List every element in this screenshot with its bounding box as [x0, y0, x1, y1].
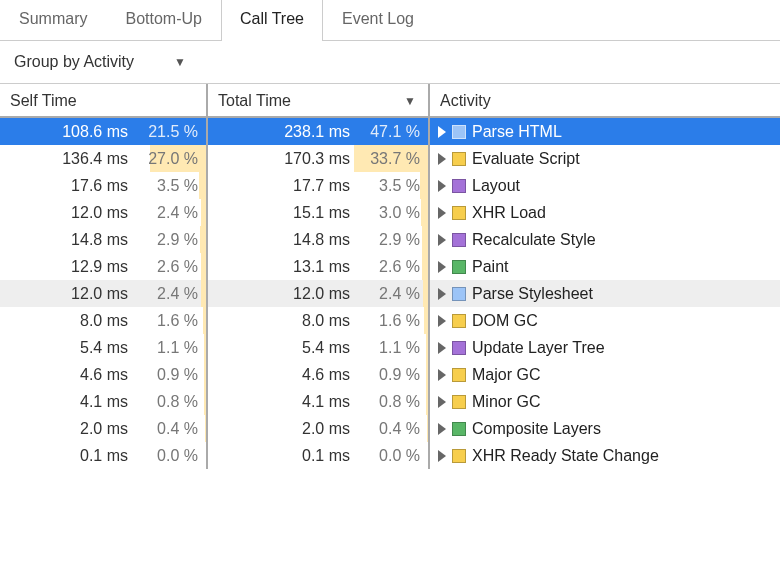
cell-total-time: 4.1 ms0.8 % [208, 388, 430, 415]
self-time-bar [204, 361, 206, 388]
header-total-time[interactable]: Total Time ▼ [208, 84, 430, 116]
activity-label: Evaluate Script [472, 150, 580, 168]
total-time-bar [420, 172, 428, 199]
cell-activity: XHR Load [430, 199, 780, 226]
self-time-bar [201, 199, 206, 226]
activity-label: Parse Stylesheet [472, 285, 593, 303]
expand-triangle-icon[interactable] [438, 369, 446, 381]
table-row[interactable]: 136.4 ms27.0 %170.3 ms33.7 %Evaluate Scr… [0, 145, 780, 172]
table-row[interactable]: 5.4 ms1.1 %5.4 ms1.1 %Update Layer Tree [0, 334, 780, 361]
total-time-bar [426, 334, 428, 361]
expand-triangle-icon[interactable] [438, 423, 446, 435]
self-time-bar [199, 172, 206, 199]
activity-label: Minor GC [472, 393, 540, 411]
table-row[interactable]: 0.1 ms0.0 %0.1 ms0.0 %XHR Ready State Ch… [0, 442, 780, 469]
table-row[interactable]: 14.8 ms2.9 %14.8 ms2.9 %Recalculate Styl… [0, 226, 780, 253]
expand-triangle-icon[interactable] [438, 342, 446, 354]
tab-bottom-up[interactable]: Bottom-Up [106, 0, 220, 40]
cell-total-time: 17.7 ms3.5 % [208, 172, 430, 199]
self-time-pct: 1.6 % [157, 312, 198, 330]
total-time-pct: 1.1 % [379, 339, 420, 357]
self-time-pct: 2.4 % [157, 204, 198, 222]
tab-summary[interactable]: Summary [0, 0, 106, 40]
table-header-row: Self Time Total Time ▼ Activity [0, 84, 780, 118]
dropdown-triangle-icon: ▼ [174, 55, 186, 69]
expand-triangle-icon[interactable] [438, 180, 446, 192]
cell-activity: Parse HTML [430, 118, 780, 145]
tab-call-tree[interactable]: Call Tree [221, 0, 323, 40]
total-time-pct: 47.1 % [370, 123, 420, 141]
expand-triangle-icon[interactable] [438, 396, 446, 408]
self-time-ms: 12.9 ms [71, 258, 128, 276]
self-time-pct: 0.9 % [157, 366, 198, 384]
cell-self-time: 8.0 ms1.6 % [0, 307, 208, 334]
table-row[interactable]: 4.6 ms0.9 %4.6 ms0.9 %Major GC [0, 361, 780, 388]
self-time-bar [205, 415, 206, 442]
expand-triangle-icon[interactable] [438, 315, 446, 327]
table-body: 108.6 ms21.5 %238.1 ms47.1 %Parse HTML13… [0, 118, 780, 469]
activity-label: XHR Load [472, 204, 546, 222]
cell-self-time: 4.1 ms0.8 % [0, 388, 208, 415]
expand-triangle-icon[interactable] [438, 288, 446, 300]
table-row[interactable]: 2.0 ms0.4 %2.0 ms0.4 %Composite Layers [0, 415, 780, 442]
total-time-pct: 0.8 % [379, 393, 420, 411]
cell-self-time: 2.0 ms0.4 % [0, 415, 208, 442]
expand-triangle-icon[interactable] [438, 153, 446, 165]
total-time-ms: 13.1 ms [293, 258, 350, 276]
table-row[interactable]: 4.1 ms0.8 %4.1 ms0.8 %Minor GC [0, 388, 780, 415]
cell-self-time: 108.6 ms21.5 % [0, 118, 208, 145]
self-time-pct: 1.1 % [157, 339, 198, 357]
total-time-bar [424, 307, 428, 334]
total-time-bar [427, 415, 428, 442]
expand-triangle-icon[interactable] [438, 261, 446, 273]
category-swatch-icon [452, 152, 466, 166]
total-time-bar [422, 226, 428, 253]
activity-label: Parse HTML [472, 123, 562, 141]
total-time-ms: 15.1 ms [293, 204, 350, 222]
category-swatch-icon [452, 287, 466, 301]
total-time-pct: 2.6 % [379, 258, 420, 276]
table-row[interactable]: 12.0 ms2.4 %15.1 ms3.0 %XHR Load [0, 199, 780, 226]
self-time-pct: 27.0 % [148, 150, 198, 168]
total-time-pct: 0.9 % [379, 366, 420, 384]
table-row[interactable]: 12.0 ms2.4 %12.0 ms2.4 %Parse Stylesheet [0, 280, 780, 307]
self-time-bar [201, 280, 206, 307]
category-swatch-icon [452, 206, 466, 220]
total-time-ms: 4.6 ms [302, 366, 350, 384]
group-by-label: Group by Activity [14, 53, 134, 71]
total-time-bar [422, 253, 428, 280]
total-time-pct: 33.7 % [370, 150, 420, 168]
expand-triangle-icon[interactable] [438, 207, 446, 219]
cell-self-time: 14.8 ms2.9 % [0, 226, 208, 253]
table-row[interactable]: 17.6 ms3.5 %17.7 ms3.5 %Layout [0, 172, 780, 199]
self-time-ms: 4.6 ms [80, 366, 128, 384]
total-time-pct: 2.4 % [379, 285, 420, 303]
cell-total-time: 0.1 ms0.0 % [208, 442, 430, 469]
cell-self-time: 12.9 ms2.6 % [0, 253, 208, 280]
self-time-ms: 108.6 ms [62, 123, 128, 141]
self-time-pct: 0.8 % [157, 393, 198, 411]
table-row[interactable]: 108.6 ms21.5 %238.1 ms47.1 %Parse HTML [0, 118, 780, 145]
header-self-time[interactable]: Self Time [0, 84, 208, 116]
self-time-ms: 5.4 ms [80, 339, 128, 357]
cell-activity: Minor GC [430, 388, 780, 415]
header-activity[interactable]: Activity [430, 84, 780, 116]
total-time-pct: 0.0 % [379, 447, 420, 465]
total-time-pct: 0.4 % [379, 420, 420, 438]
expand-triangle-icon[interactable] [438, 450, 446, 462]
table-row[interactable]: 8.0 ms1.6 %8.0 ms1.6 %DOM GC [0, 307, 780, 334]
self-time-pct: 3.5 % [157, 177, 198, 195]
activity-label: DOM GC [472, 312, 538, 330]
activity-label: Update Layer Tree [472, 339, 605, 357]
tab-event-log[interactable]: Event Log [323, 0, 433, 40]
self-time-ms: 0.1 ms [80, 447, 128, 465]
total-time-ms: 0.1 ms [302, 447, 350, 465]
cell-total-time: 4.6 ms0.9 % [208, 361, 430, 388]
cell-activity: Update Layer Tree [430, 334, 780, 361]
group-by-row[interactable]: Group by Activity ▼ [0, 41, 780, 84]
self-time-pct: 0.0 % [157, 447, 198, 465]
table-row[interactable]: 12.9 ms2.6 %13.1 ms2.6 %Paint [0, 253, 780, 280]
cell-self-time: 5.4 ms1.1 % [0, 334, 208, 361]
expand-triangle-icon[interactable] [438, 126, 446, 138]
expand-triangle-icon[interactable] [438, 234, 446, 246]
